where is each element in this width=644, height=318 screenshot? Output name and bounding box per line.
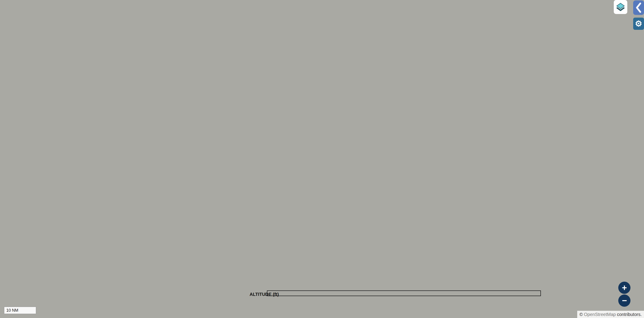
copyright-symbol: © [580, 312, 583, 317]
collapse-sidebar-button[interactable] [633, 1, 644, 15]
zoom-in-button[interactable]: + [618, 282, 630, 294]
altitude-legend-bar [267, 290, 541, 296]
map-scale: 10 NM [4, 307, 36, 314]
map-scale-label: 10 NM [6, 308, 18, 313]
settings-button[interactable]: ⚙ [633, 18, 644, 30]
attribution-suffix: contributors. [617, 312, 642, 317]
layers-button[interactable] [614, 0, 627, 14]
osm-link[interactable]: OpenStreetMap [584, 312, 616, 317]
gear-icon: ⚙ [635, 19, 642, 29]
attribution-bar: © OpenStreetMap contributors. [577, 311, 644, 318]
layers-icon [614, 1, 627, 13]
chevron-left-icon [634, 1, 644, 15]
zoom-out-button[interactable]: − [618, 294, 630, 307]
map-canvas[interactable] [0, 0, 644, 318]
flight-tracker-app: ALTITUDE (ft) 10 NM © OpenStreetMap cont… [0, 0, 644, 318]
